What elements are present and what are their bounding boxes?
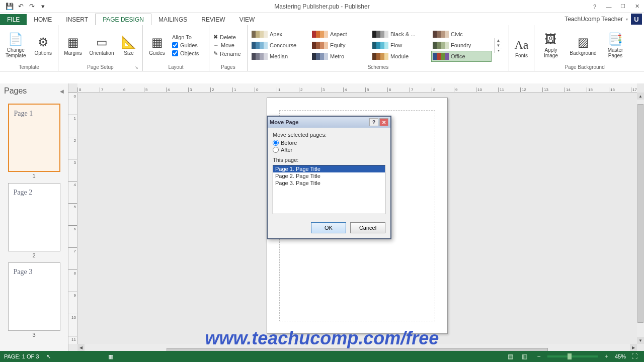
cancel-button[interactable]: Cancel <box>350 222 385 233</box>
pages-panel-title: Pages <box>4 86 27 96</box>
group-page-background-label: Page Background <box>537 63 632 71</box>
change-template-button[interactable]: 📄Change Template <box>3 28 28 62</box>
vertical-scrollbar[interactable]: ▲ ▼ <box>637 93 644 344</box>
group-layout-label: Layout <box>146 63 206 71</box>
scheme-item[interactable]: Civic <box>432 29 491 39</box>
scroll-right-icon[interactable]: ▶ <box>630 344 637 351</box>
group-schemes-label: Schemes <box>251 63 506 71</box>
zoom-in-icon[interactable]: + <box>601 352 612 361</box>
page-thumbnail[interactable]: Page 3 <box>8 262 60 331</box>
titlebar: 💾 ↶ ↷ ▾ Mastering Publisher.pub - Publis… <box>0 0 644 13</box>
tab-home[interactable]: HOME <box>27 14 59 25</box>
scheme-item[interactable]: Aspect <box>311 29 370 39</box>
gallery-more-icon[interactable]: ▾ <box>495 48 502 53</box>
statusbar: PAGE: 1 OF 3 ↖ ▦ ▤ ▥ − + 45% ⛶ <box>0 351 644 362</box>
scheme-item[interactable]: Flow <box>371 40 431 50</box>
help-icon[interactable]: ? <box>590 3 600 11</box>
user-name: TeachUcomp Teacher <box>565 16 623 23</box>
dialog-titlebar[interactable]: Move Page ? ✕ <box>268 117 390 128</box>
master-pages-button[interactable]: 📑Master Pages <box>602 28 629 62</box>
ribbon-tabs: FILE HOME INSERT PAGE DESIGN MAILINGS RE… <box>0 13 644 25</box>
undo-icon[interactable]: ↶ <box>16 2 25 11</box>
background-button[interactable]: ▨Background <box>568 28 599 62</box>
dialog-close-icon[interactable]: ✕ <box>379 118 388 126</box>
two-page-view-icon[interactable]: ▥ <box>519 352 530 361</box>
schemes-gallery[interactable]: ApexAspectBlack & ...CivicConcourseEquit… <box>251 29 491 61</box>
orientation-button[interactable]: ▭Orientation <box>88 28 116 62</box>
scheme-item[interactable]: Apex <box>251 29 310 39</box>
tab-insert[interactable]: INSERT <box>59 14 95 25</box>
scheme-item[interactable]: Concourse <box>251 40 310 50</box>
scheme-item[interactable]: Equity <box>311 40 370 50</box>
scheme-item[interactable]: Foundry <box>432 40 491 50</box>
zoom-level[interactable]: 45% <box>615 353 626 359</box>
scroll-left-icon[interactable]: ◀ <box>77 344 85 351</box>
zoom-slider[interactable] <box>547 355 598 357</box>
save-icon[interactable]: 💾 <box>5 2 14 11</box>
tab-mailings[interactable]: MAILINGS <box>151 14 194 25</box>
thumbnail-number: 3 <box>2 332 66 338</box>
minimize-button[interactable]: — <box>604 3 614 11</box>
vertical-ruler: 01234567891011 <box>68 93 77 344</box>
page-status[interactable]: PAGE: 1 OF 3 <box>4 353 39 359</box>
rename-page-button[interactable]: ✎Rename <box>212 50 242 57</box>
listbox-item[interactable]: Page 2. Page Title <box>273 172 385 179</box>
size-button[interactable]: 📐Size <box>119 28 139 62</box>
tab-review[interactable]: REVIEW <box>194 14 232 25</box>
after-radio[interactable]: After <box>273 147 385 153</box>
qat-customize-icon[interactable]: ▾ <box>38 2 47 11</box>
move-page-button[interactable]: ↔Move <box>212 42 242 49</box>
this-page-label: This page: <box>273 157 385 163</box>
scroll-down-icon[interactable]: ▼ <box>637 337 644 344</box>
page-thumbnail[interactable]: Page 1 <box>8 104 60 172</box>
quick-access-toolbar: 💾 ↶ ↷ ▾ <box>0 2 47 11</box>
close-button[interactable]: ✕ <box>632 3 642 11</box>
maximize-button[interactable]: ☐ <box>618 3 628 11</box>
scroll-up-icon[interactable]: ▲ <box>637 93 644 100</box>
options-button[interactable]: ⚙Options <box>31 28 55 62</box>
gallery-down-icon[interactable]: ▼ <box>495 43 502 48</box>
dialog-title: Move Page <box>270 119 298 125</box>
scheme-item[interactable]: Median <box>251 51 310 61</box>
ribbon: 📄Change Template ⚙Options Template ▦Marg… <box>0 25 644 71</box>
listbox-item[interactable]: Page 1. Page Title <box>273 165 385 172</box>
margins-button[interactable]: ▦Margins <box>61 28 85 62</box>
move-page-dialog: Move Page ? ✕ Move selected pages: Befor… <box>267 116 391 239</box>
cursor-position-icon: ↖ <box>46 353 51 360</box>
page-thumbnails: Page 11Page 22Page 33 <box>0 99 68 351</box>
object-size-icon: ▦ <box>108 353 113 360</box>
delete-page-button[interactable]: ✖Delete <box>212 33 242 41</box>
group-page-setup-label: Page Setup↘ <box>61 63 139 71</box>
before-radio[interactable]: Before <box>273 140 385 146</box>
scheme-item[interactable]: Office <box>432 51 491 61</box>
page-setup-launcher-icon[interactable]: ↘ <box>135 65 138 70</box>
thumbnail-number: 1 <box>2 173 66 179</box>
fit-page-icon[interactable]: ⛶ <box>629 352 640 361</box>
gallery-up-icon[interactable]: ▲ <box>495 38 502 43</box>
guides-checkbox[interactable]: Guides <box>171 42 200 49</box>
tab-view[interactable]: VIEW <box>232 14 262 25</box>
single-page-view-icon[interactable]: ▤ <box>505 352 516 361</box>
collapse-panel-icon[interactable]: ◀ <box>60 88 64 94</box>
page-thumbnail[interactable]: Page 2 <box>8 183 60 251</box>
page-listbox[interactable]: Page 1. Page TitlePage 2. Page TitlePage… <box>273 165 385 214</box>
scheme-item[interactable]: Metro <box>311 51 370 61</box>
guides-button[interactable]: ▦Guides <box>146 28 168 62</box>
tab-page-design[interactable]: PAGE DESIGN <box>95 14 151 25</box>
scheme-item[interactable]: Black & ... <box>371 29 431 39</box>
ok-button[interactable]: OK <box>311 222 346 233</box>
listbox-item[interactable]: Page 3. Page Title <box>273 179 385 187</box>
scheme-item[interactable]: Module <box>371 51 431 61</box>
zoom-out-icon[interactable]: − <box>533 352 544 361</box>
group-template-label: Template <box>3 63 55 71</box>
dialog-help-icon[interactable]: ? <box>369 118 378 126</box>
redo-icon[interactable]: ↷ <box>27 2 36 11</box>
user-badge[interactable]: U <box>631 14 642 25</box>
apply-image-button[interactable]: 🖼Apply Image <box>537 28 565 62</box>
delete-icon: ✖ <box>213 34 218 40</box>
horizontal-ruler: 8765432101234567891011121314151617 <box>77 83 637 93</box>
pages-panel: Pages ◀ Page 11Page 22Page 33 <box>0 83 68 351</box>
objects-checkbox[interactable]: Objects <box>171 50 200 57</box>
fonts-button[interactable]: AaFonts <box>512 31 531 65</box>
tab-file[interactable]: FILE <box>0 14 27 25</box>
